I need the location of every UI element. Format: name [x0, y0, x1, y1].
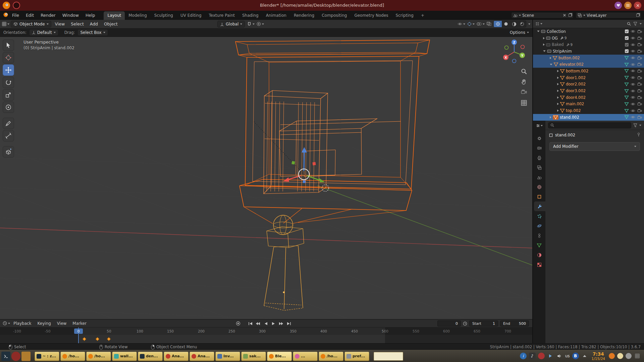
- visibility-dropdown[interactable]: [458, 22, 465, 25]
- exclude-checkbox[interactable]: [625, 49, 629, 53]
- disable-render-icon[interactable]: [637, 82, 642, 86]
- end-frame-field[interactable]: End500: [500, 320, 529, 326]
- chevron-down-icon[interactable]: [639, 125, 641, 126]
- outliner-row-button002[interactable]: button.002: [533, 55, 644, 61]
- blender-menu-icon[interactable]: [3, 12, 9, 18]
- files-launcher-icon[interactable]: [21, 352, 31, 361]
- taskbar-window-button[interactable]: ...: [293, 352, 318, 361]
- outliner-item-label[interactable]: door2.002: [566, 82, 586, 86]
- outliner-row-main002[interactable]: main.002: [533, 101, 644, 108]
- tab-object-data[interactable]: [533, 240, 545, 250]
- expand-icon[interactable]: [557, 83, 559, 85]
- expand-icon[interactable]: [543, 44, 545, 46]
- overlays-dropdown[interactable]: [477, 22, 485, 26]
- expand-icon[interactable]: [543, 37, 545, 39]
- collapse-icon[interactable]: [543, 51, 545, 52]
- app-launcher-icon[interactable]: [11, 352, 20, 361]
- filter-icon[interactable]: [633, 22, 637, 26]
- tab-render[interactable]: [533, 143, 545, 153]
- expand-icon[interactable]: [550, 57, 551, 59]
- next-keyframe-button[interactable]: [278, 320, 284, 326]
- info-tray-icon[interactable]: i: [520, 353, 527, 359]
- prev-keyframe-button[interactable]: [255, 320, 261, 326]
- add-cube-tool-button[interactable]: [3, 146, 14, 158]
- hide-eye-icon[interactable]: [631, 116, 635, 119]
- start-frame-field[interactable]: Start1: [469, 320, 498, 326]
- taskbar-window-button[interactable]: /ho...: [60, 352, 85, 361]
- menu-marker[interactable]: Marker: [70, 321, 89, 326]
- disable-render-icon[interactable]: [637, 69, 642, 73]
- outliner-item-label[interactable]: Baked: [552, 42, 564, 47]
- tab-physics[interactable]: [533, 221, 545, 231]
- outliner-item-label[interactable]: button.002: [558, 56, 580, 60]
- hide-eye-icon[interactable]: [631, 56, 635, 59]
- gizmo-yz-plane[interactable]: [291, 161, 295, 164]
- outliner-item-label[interactable]: door3.002: [566, 88, 586, 93]
- taskbar-window-button[interactable]: Ana...: [164, 352, 189, 361]
- toggle-perspective-control[interactable]: [520, 100, 528, 106]
- jump-to-end-button[interactable]: [285, 320, 292, 326]
- play-tray-icon[interactable]: [547, 353, 554, 359]
- outliner-row-door3002[interactable]: door3.002: [533, 87, 644, 94]
- tab-view-layer[interactable]: [533, 163, 545, 172]
- tab-shading[interactable]: Shading: [238, 11, 262, 20]
- viewport-3d[interactable]: Z X Y User Perspective (0) StripAnim | s…: [0, 37, 532, 319]
- gizmo-xy-plane[interactable]: [303, 180, 306, 183]
- outliner-item-label[interactable]: StripAnim: [553, 49, 572, 54]
- axis-z-neg-ball[interactable]: [513, 59, 516, 63]
- close-window-button[interactable]: [634, 2, 641, 9]
- scene-selector[interactable]: Scene: [511, 12, 574, 18]
- tab-texture-paint[interactable]: Texture Paint: [205, 11, 238, 20]
- auto-keying-button[interactable]: [235, 320, 241, 326]
- properties-search-input[interactable]: [548, 122, 631, 128]
- disable-render-icon[interactable]: [637, 63, 642, 66]
- disable-render-icon[interactable]: [637, 102, 642, 106]
- hide-eye-icon[interactable]: [631, 63, 635, 66]
- favorite-window-button[interactable]: [614, 2, 622, 9]
- disable-render-icon[interactable]: [637, 76, 642, 79]
- tab-sculpting[interactable]: Sculpting: [151, 11, 177, 20]
- transform-tool-button[interactable]: [3, 102, 14, 113]
- tab-scripting[interactable]: Scripting: [392, 11, 417, 20]
- options-dropdown[interactable]: Options: [510, 30, 529, 35]
- taskbar-window-button[interactable]: ~ : z...: [35, 352, 59, 361]
- measure-tool-button[interactable]: [3, 130, 14, 141]
- keyboard-layout-indicator[interactable]: us: [565, 354, 570, 358]
- current-frame-field[interactable]: 0: [437, 320, 461, 326]
- expand-icon[interactable]: [557, 103, 559, 105]
- tab-modeling[interactable]: Modeling: [125, 11, 151, 20]
- outliner-row-collection[interactable]: Collection: [533, 28, 644, 35]
- tab-rendering[interactable]: Rendering: [290, 11, 318, 20]
- editor-type-dropdown[interactable]: [2, 22, 9, 26]
- new-scene-icon[interactable]: [569, 14, 572, 17]
- taskbar-window-button[interactable]: den...: [138, 352, 163, 361]
- outliner-row-bottom002[interactable]: bottom.002: [533, 68, 644, 74]
- outliner-row-baked[interactable]: Baked 9: [533, 41, 644, 48]
- axis-y-neg-ball[interactable]: [505, 46, 508, 50]
- expand-icon[interactable]: [557, 96, 559, 99]
- disable-render-icon[interactable]: [637, 109, 642, 112]
- pin-icon[interactable]: [637, 132, 641, 138]
- chevron-down-icon[interactable]: [640, 23, 642, 24]
- outliner-item-label[interactable]: main.002: [566, 102, 584, 106]
- viewlayer-selector[interactable]: ViewLayer: [576, 12, 641, 18]
- notifier-orange-icon[interactable]: [609, 353, 615, 359]
- tab-scene[interactable]: [533, 172, 545, 182]
- rotate-tool-button[interactable]: [3, 77, 14, 88]
- tab-texture[interactable]: [533, 260, 545, 269]
- expand-tray-icon[interactable]: [581, 353, 588, 359]
- exclude-checkbox[interactable]: [625, 43, 629, 47]
- disable-render-icon[interactable]: [637, 43, 642, 46]
- disable-render-icon[interactable]: [637, 116, 642, 119]
- gizmo-xz-plane[interactable]: [312, 162, 316, 165]
- menu-help[interactable]: Help: [82, 13, 99, 18]
- select-tool-button[interactable]: [3, 40, 14, 51]
- exclude-checkbox[interactable]: [625, 36, 629, 40]
- hide-eye-icon[interactable]: [631, 103, 635, 106]
- outliner-row-top002[interactable]: top.002: [533, 107, 644, 114]
- tab-layout[interactable]: Layout: [104, 11, 125, 20]
- scale-tool-button[interactable]: [3, 89, 14, 101]
- drag-dropdown[interactable]: Select Box: [77, 29, 108, 36]
- hide-eye-icon[interactable]: [631, 76, 635, 79]
- outliner-row-stripanim[interactable]: StripAnim: [533, 48, 644, 55]
